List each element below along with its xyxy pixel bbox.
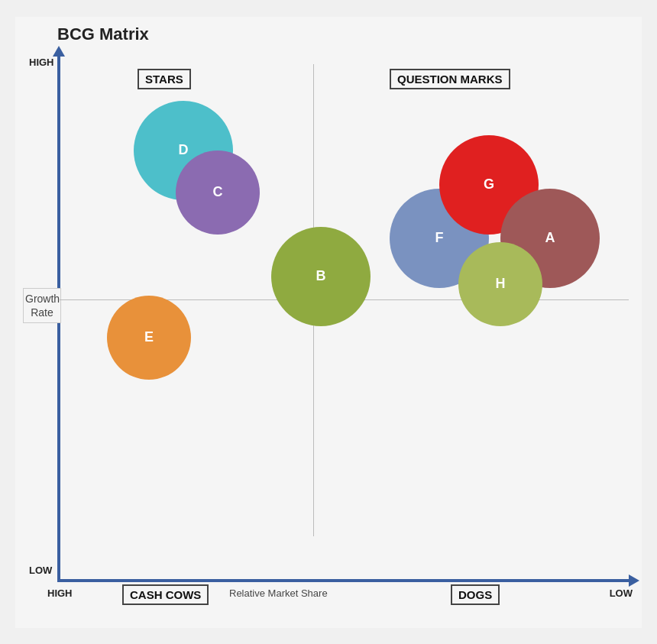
chart-title: BCG Matrix — [57, 24, 149, 44]
market-share-label: Relative Market Share — [229, 587, 328, 599]
x-axis — [57, 579, 630, 582]
y-axis-low-label: LOW — [29, 565, 52, 576]
quadrant-question-marks: QUESTION MARKS — [390, 69, 510, 89]
bubble-h: H — [458, 242, 542, 326]
bubble-e: E — [107, 296, 191, 380]
y-axis-high-label: HIGH — [29, 57, 54, 68]
quadrant-dogs: DOGS — [451, 584, 500, 605]
bubble-b: B — [271, 227, 371, 326]
bubble-c: C — [176, 150, 260, 235]
bcg-matrix-chart: BCG Matrix HIGH LOW HIGH LOW Growth Rate… — [15, 17, 642, 628]
x-axis-high-label: HIGH — [47, 587, 73, 599]
growth-rate-label: Growth Rate — [23, 288, 61, 323]
quadrant-stars: STARS — [138, 69, 191, 89]
quadrant-cash-cows: CASH COWS — [122, 584, 209, 605]
x-axis-low-label: LOW — [610, 587, 633, 599]
